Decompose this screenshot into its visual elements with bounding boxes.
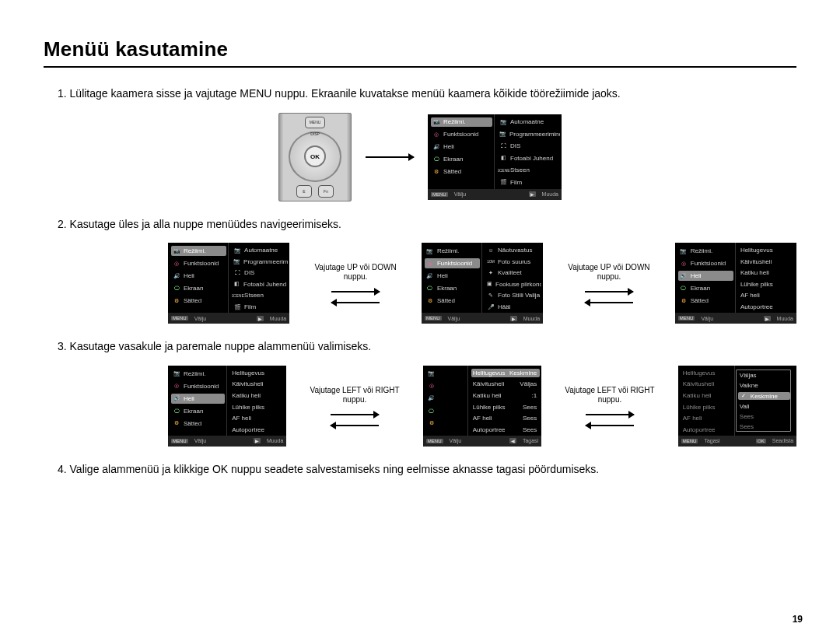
gear-icon: ⚙ xyxy=(426,297,434,305)
menu-item: Funktsioonid xyxy=(184,383,219,390)
menu-item: Stseen xyxy=(244,292,264,299)
figure-row-3: 📷Režiimi. ◎Funktsioonid 🔊Heli 🖵Ekraan ⚙S… xyxy=(168,366,796,447)
camera-icon: 📷 xyxy=(173,247,180,255)
arrow-label-updown: Vajutage UP või DOWN nuppu. xyxy=(303,263,408,282)
guide-icon: ◧ xyxy=(233,280,240,288)
play-icon: ▶ xyxy=(257,316,264,321)
menu-screen-b1: 📷Režiimi. ◎Funktsioonid 🔊Heli 🖵Ekraan ⚙S… xyxy=(168,243,289,324)
gear-icon: ⚙ xyxy=(173,297,180,305)
menu-item: Lühike piiks xyxy=(740,281,773,288)
menu-item: Katiku heli xyxy=(740,269,769,276)
menu-item: Heli xyxy=(437,272,448,279)
menu-item: Ekraan xyxy=(443,156,463,163)
menu-item: Film xyxy=(510,179,522,186)
gear-icon: ⚙ xyxy=(173,419,180,427)
sound-icon: 🔊 xyxy=(428,394,436,402)
camera-icon: 📷 xyxy=(432,118,440,126)
screen-icon: 🖵 xyxy=(173,407,180,415)
fx-icon: ◎ xyxy=(426,260,434,268)
menu-item: Foto Stiili Valija xyxy=(498,292,540,299)
camera-icon: 📷 xyxy=(680,247,688,255)
menu-value: Sees xyxy=(523,404,537,411)
menu-item: Heli xyxy=(184,272,194,279)
arrow-label-updown: Vajutage UP või DOWN nuppu. xyxy=(557,263,661,282)
fx-icon: ◎ xyxy=(428,382,436,390)
footer-ok-tag: OK xyxy=(756,439,766,443)
footer-exit: Välju xyxy=(194,438,207,443)
menu-item: Ekraan xyxy=(437,285,457,292)
footer-exit: Välju xyxy=(450,438,462,443)
fx-icon: ◎ xyxy=(680,260,688,268)
menu-item: Funktsioonid xyxy=(443,131,478,138)
menu-item: Film xyxy=(244,303,256,310)
option-item: Vaikne xyxy=(740,382,758,389)
screen-icon: 🖵 xyxy=(428,407,436,415)
menu-screen-c3: Helitugevus Käivitusheli Katiku heli Lüh… xyxy=(678,366,796,447)
menu-item: Autoportree xyxy=(740,303,773,310)
menu-value: Sees xyxy=(523,415,537,422)
menu-button[interactable]: MENU xyxy=(305,117,325,129)
menu-item: AF heli xyxy=(740,292,760,299)
arrow-right-icon xyxy=(366,156,414,158)
step-1-text: 1. Lülitage kaamera sisse ja vajutage ME… xyxy=(58,86,796,102)
menu-item: Funktsioonid xyxy=(691,260,726,267)
dpad[interactable]: DISP OK xyxy=(289,131,341,181)
fx-icon: ◎ xyxy=(432,131,440,138)
film-icon: 🎬 xyxy=(499,178,507,186)
menu-item: Sätted xyxy=(437,297,455,304)
arrow-right-icon xyxy=(331,414,379,415)
screen-icon: 🖵 xyxy=(680,285,688,292)
option-item: Sees xyxy=(740,413,754,420)
menu-item: Kvaliteet xyxy=(498,269,522,276)
option-item: Sees xyxy=(740,423,754,430)
menu-item: Ekraan xyxy=(691,285,710,292)
camera-icon: 📷 xyxy=(428,370,436,377)
option-item: Vali xyxy=(740,403,750,410)
footer-exit: Välju xyxy=(194,316,207,321)
fn-button[interactable]: Fn xyxy=(318,185,334,198)
step-3-text: 3. Kasutage vasakule ja paremale nuppe a… xyxy=(58,339,796,355)
menu-item: DIS xyxy=(244,269,254,276)
menu-screen-c2: 📷 ◎ 🔊 🖵 ⚙ HelitugevusKeskmine Käivitushe… xyxy=(423,366,541,447)
menu-item: Foto suurus xyxy=(498,258,530,265)
arrow-right-icon xyxy=(585,291,633,292)
menu-item: Lühike piiks xyxy=(232,404,264,411)
menu-item: Käivitusheli xyxy=(232,380,263,387)
menu-item: Automaatne xyxy=(510,118,544,125)
step-2-text: 2. Kasutage üles ja alla nuppe menüüdes … xyxy=(58,217,796,233)
scene-icon: SCENE xyxy=(233,292,241,299)
leftright-arrows-2: Vajutage LEFT või RIGHT nuppu. xyxy=(555,386,664,426)
menu-value: Väljas xyxy=(520,380,537,387)
program-icon: 📷 xyxy=(233,257,240,265)
size-icon: 10M xyxy=(487,257,495,265)
scene-icon: SCENE xyxy=(499,166,507,174)
play-icon: ▶ xyxy=(254,438,261,443)
menu-item: Stseen xyxy=(510,166,530,173)
menu-item: Autoportree xyxy=(232,426,264,433)
menu-item: Fotoabi Juhend xyxy=(510,155,553,162)
ok-button[interactable]: OK xyxy=(304,145,326,167)
sound-icon: 🔊 xyxy=(173,272,180,280)
menu-item: Lühike piiks xyxy=(473,404,506,411)
menu-item: Režiimi. xyxy=(691,247,712,254)
e-button[interactable]: E xyxy=(296,185,312,198)
arrow-label-leftright: Vajutage LEFT või RIGHT nuppu. xyxy=(300,386,409,405)
camera-icon: 📷 xyxy=(173,370,180,377)
film-icon: 🎬 xyxy=(233,303,241,311)
menu-screen-modes: 📷Režiimi. ◎Funktsioonid 🔊Heli 🖵Ekraan ⚙S… xyxy=(428,114,562,200)
updown-arrows-2: Vajutage UP või DOWN nuppu. xyxy=(557,263,661,303)
option-item: Väljas xyxy=(740,372,757,379)
option-item-selected: Keskmine xyxy=(751,393,778,400)
arrow-left-icon xyxy=(585,302,633,303)
footer-menu-tag: MENU xyxy=(681,439,698,443)
footer-menu-tag: MENU xyxy=(425,316,442,321)
check-icon: ✓ xyxy=(740,392,747,400)
gear-icon: ⚙ xyxy=(432,168,440,176)
footer-change: Muuda xyxy=(523,316,540,321)
screen-icon: 🖵 xyxy=(432,156,440,163)
menu-value: Sees xyxy=(523,426,537,433)
menu-item: AF heli xyxy=(473,415,492,422)
figure-row-2: 📷Režiimi. ◎Funktsioonid 🔊Heli 🖵Ekraan ⚙S… xyxy=(168,243,796,324)
footer-change: Muuda xyxy=(270,316,286,321)
back-icon: ◀ xyxy=(509,438,516,443)
